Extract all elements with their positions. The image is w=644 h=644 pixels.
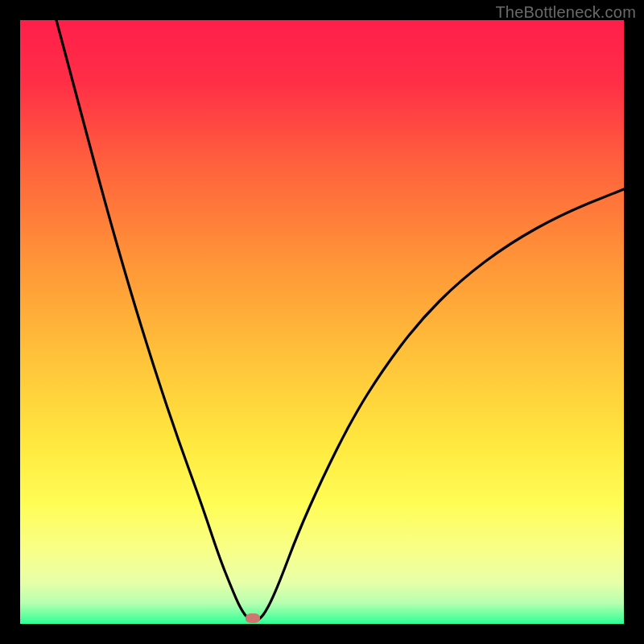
chart-frame: TheBottleneck.com <box>0 0 644 644</box>
bottleneck-curve <box>20 20 624 624</box>
optimum-marker <box>246 613 260 623</box>
plot-area <box>20 20 624 624</box>
watermark-text: TheBottleneck.com <box>495 3 636 22</box>
